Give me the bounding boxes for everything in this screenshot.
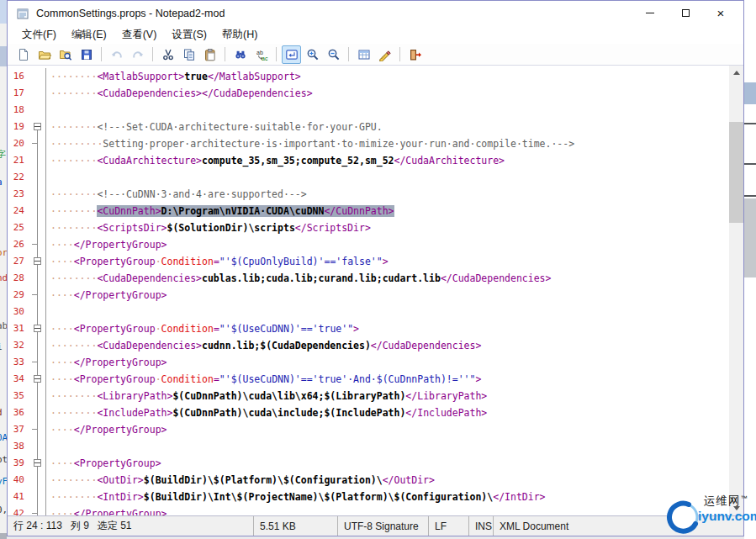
save-file-button[interactable] [77, 45, 96, 64]
menu-file[interactable]: 文件(F) [14, 26, 64, 44]
status-file-size[interactable]: 5.51 KB [253, 516, 337, 536]
line-text: ·········Setting·proper·architecture·is·… [46, 135, 574, 152]
zoom-out-button[interactable] [324, 45, 343, 64]
code-line-31[interactable]: 31····<PropertyGroup·Condition="'$(UseCu… [8, 320, 729, 337]
find-button[interactable] [230, 45, 250, 64]
line-number: 16 [8, 68, 29, 85]
fold-marker[interactable] [29, 253, 46, 270]
word-wrap-icon [285, 48, 299, 61]
menu-settings[interactable]: 设置(S) [164, 26, 214, 44]
watermark-url: iyunv.com [698, 509, 756, 524]
status-insert-mode[interactable]: INS [468, 516, 493, 536]
status-bar: 行 24 : 113 列 9 选定 51 5.51 KB UTF-8 Signa… [8, 515, 743, 536]
code-line-38[interactable]: 38 [8, 438, 729, 455]
code-line-32[interactable]: 32········<CudaDependencies>cudnn.lib;$(… [8, 337, 729, 354]
line-text: ········<!--·CuDNN·3·and·4·are·supported… [46, 186, 307, 203]
browse-file-button[interactable] [56, 45, 75, 64]
menu-edit[interactable]: 编辑(E) [64, 26, 114, 44]
status-eol-mode[interactable]: LF [428, 516, 468, 536]
code-line-34[interactable]: 34····<PropertyGroup·Condition="'$(UseCu… [8, 371, 729, 388]
new-file-button[interactable] [13, 45, 33, 64]
maximize-icon [682, 9, 690, 17]
fold-margin [29, 388, 46, 404]
line-text [46, 438, 50, 455]
code-line-37[interactable]: 37····</PropertyGroup> [8, 421, 729, 438]
code-line-16[interactable]: 16········<MatlabSupport>true</MatlabSup… [8, 68, 729, 85]
cut-button[interactable] [158, 45, 177, 64]
text-editor[interactable]: 16········<MatlabSupport>true</MatlabSup… [8, 66, 743, 515]
zoom-in-icon [306, 48, 320, 61]
fold-marker[interactable] [29, 320, 46, 337]
undo-icon [110, 48, 124, 61]
menu-help[interactable]: 帮助(H) [214, 26, 265, 44]
redo-button[interactable] [128, 45, 147, 64]
line-number: 40 [8, 472, 29, 489]
paste-button[interactable] [200, 45, 219, 64]
exit-button[interactable] [405, 45, 425, 64]
menu-view[interactable]: 查看(V) [114, 26, 165, 44]
maximize-button[interactable] [668, 1, 703, 25]
close-button[interactable]: × [703, 1, 738, 25]
scrollbar-thumb[interactable] [729, 122, 743, 223]
code-line-40[interactable]: 40········<OutDir>$(BuildDir)\$(Platform… [8, 472, 729, 489]
code-line-28[interactable]: 28········<CudaDependencies>cublas.lib;c… [8, 270, 729, 287]
line-text [46, 304, 50, 320]
code-line-30[interactable]: 30 [8, 304, 729, 320]
code-line-24[interactable]: 24········<CuDnnPath>D:\Program\nVIDIA·C… [8, 203, 729, 219]
code-line-25[interactable]: 25········<ScriptsDir>$(SolutionDir)\scr… [8, 219, 729, 236]
cut-icon [161, 48, 175, 61]
save-file-icon [80, 48, 93, 61]
customize-schemes-button[interactable] [375, 45, 394, 64]
fold-margin [29, 186, 46, 203]
code-line-39[interactable]: 39····<PropertyGroup> [8, 455, 729, 472]
minimize-button[interactable] [632, 1, 668, 25]
fold-margin [29, 236, 46, 253]
code-line-21[interactable]: 21········<CudaArchitecture>compute_35,s… [8, 152, 729, 169]
status-encoding[interactable]: UTF-8 Signature [337, 516, 428, 536]
minimize-icon [646, 13, 654, 13]
toolbar-separator [399, 47, 400, 61]
code-line-19[interactable]: 19········<!--·Set·CUDA·architecture·sui… [8, 119, 729, 135]
line-number: 28 [8, 270, 29, 287]
code-line-29[interactable]: 29····</PropertyGroup> [8, 287, 729, 304]
word-wrap-button[interactable] [282, 45, 301, 64]
code-line-27[interactable]: 27····<PropertyGroup·Condition="'$(CpuOn… [8, 253, 729, 270]
undo-button[interactable] [107, 45, 126, 64]
code-line-17[interactable]: 17········<CudaDependencies></CudaDepend… [8, 85, 729, 102]
copy-button[interactable] [179, 45, 198, 64]
zoom-in-button[interactable] [303, 45, 322, 64]
view-schemes-button[interactable] [354, 45, 373, 64]
fold-marker[interactable] [29, 119, 46, 135]
fold-margin [29, 404, 46, 421]
fold-marker[interactable] [29, 455, 46, 472]
fold-margin [29, 219, 46, 236]
view-schemes-icon [357, 48, 371, 61]
line-number: 23 [8, 186, 29, 203]
menu-bar: 文件(F) 编辑(E) 查看(V) 设置(S) 帮助(H) [8, 25, 743, 44]
line-text: ····<PropertyGroup·Condition="'$(UseCuDN… [46, 371, 481, 388]
code-lines: 16········<MatlabSupport>true</MatlabSup… [8, 68, 729, 515]
code-line-22[interactable]: 22 [8, 169, 729, 186]
code-line-36[interactable]: 36········<IncludePath>$(CuDnnPath)\cuda… [8, 404, 729, 421]
code-line-35[interactable]: 35········<LibraryPath>$(CuDnnPath)\cuda… [8, 388, 729, 404]
code-line-20[interactable]: 20·········Setting·proper·architecture·i… [8, 135, 729, 152]
code-line-18[interactable]: 18 [8, 102, 729, 119]
fold-marker[interactable] [29, 371, 46, 388]
code-line-23[interactable]: 23········<!--·CuDNN·3·and·4·are·support… [8, 186, 729, 203]
code-line-42[interactable]: 42····</PropertyGroup> [8, 505, 729, 515]
line-number: 24 [8, 203, 29, 219]
line-text: ········<CudaDependencies>cublas.lib;cud… [46, 270, 551, 287]
line-number: 18 [8, 102, 29, 119]
code-line-41[interactable]: 41········<IntDir>$(BuildDir)\Int\$(Proj… [8, 489, 729, 505]
scroll-up-button[interactable] [729, 66, 743, 80]
vertical-scrollbar[interactable] [729, 66, 743, 515]
line-text: ····<PropertyGroup> [46, 455, 161, 472]
status-cursor-position[interactable]: 行 24 : 113 列 9 选定 51 [8, 516, 253, 536]
svg-text:ab: ab [256, 49, 263, 55]
line-text: ····</PropertyGroup> [46, 505, 167, 515]
open-file-button[interactable] [34, 45, 54, 64]
title-bar[interactable]: CommonSettings.props - Notepad2-mod × [8, 1, 743, 25]
code-line-26[interactable]: 26····</PropertyGroup> [8, 236, 729, 253]
code-line-33[interactable]: 33····</PropertyGroup> [8, 354, 729, 371]
replace-button[interactable]: abac [251, 45, 271, 64]
